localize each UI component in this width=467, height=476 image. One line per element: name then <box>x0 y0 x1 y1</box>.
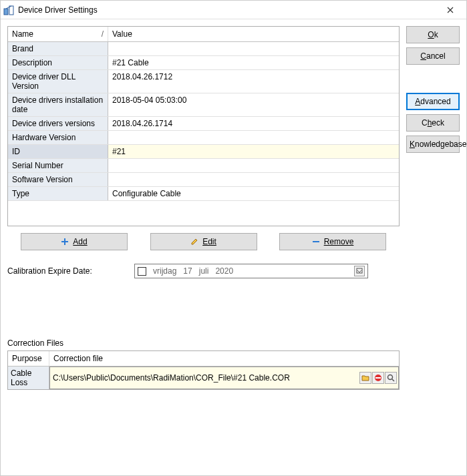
edit-label: Edit <box>202 237 216 246</box>
date-month: juli <box>199 266 209 276</box>
column-name-label: Name <box>12 29 33 39</box>
property-value-cell <box>108 173 399 186</box>
pencil-icon <box>190 238 198 246</box>
grid-row[interactable]: Hardware Version <box>8 131 399 145</box>
date-day: 17 <box>183 266 192 276</box>
date-year: 2020 <box>215 266 233 276</box>
plus-icon <box>61 238 69 246</box>
knowledgebase-label: Knowledgebase <box>410 140 466 149</box>
correction-purpose-cell: Cable Loss <box>8 367 49 389</box>
grid-row[interactable]: Device drivers installation date2018-05-… <box>8 93 399 117</box>
remove-label: Remove <box>324 237 354 246</box>
property-value-cell: #21 <box>108 145 399 158</box>
property-name-cell: Serial Number <box>8 159 108 172</box>
grid-row[interactable]: Brand <box>8 42 399 56</box>
svg-rect-0 <box>4 9 8 15</box>
advanced-button[interactable]: Advanced <box>406 93 460 110</box>
property-name-cell: Brand <box>8 42 108 55</box>
edit-button[interactable]: Edit <box>150 233 257 250</box>
close-icon <box>447 7 454 13</box>
titlebar: Device Driver Settings <box>1 1 466 19</box>
calibration-label: Calibration Expire Date: <box>7 266 128 276</box>
spacer <box>406 69 460 89</box>
grid-row[interactable]: ID#21 <box>8 145 399 159</box>
property-name-cell: Description <box>8 56 108 69</box>
calibration-date-picker[interactable]: vrijdag 17 juli 2020 <box>134 264 368 278</box>
remove-button[interactable]: Remove <box>279 233 386 250</box>
correction-file-text: C:\Users\Public\Documents\RadiMation\COR… <box>51 373 359 383</box>
correction-file-cell[interactable]: C:\Users\Public\Documents\RadiMation\COR… <box>49 367 399 389</box>
close-button[interactable] <box>437 1 464 19</box>
property-value-cell: 2018.04.26.1712 <box>108 70 399 93</box>
folder-open-icon <box>361 374 369 382</box>
main-panel: Name / Value BrandDescription#21 CableDe… <box>7 26 400 469</box>
calendar-dropdown-icon <box>356 268 363 274</box>
correction-header: Purpose Correction file <box>8 351 399 367</box>
window-title: Device Driver Settings <box>18 5 437 15</box>
grid-row[interactable]: Device drivers versions2018.04.26.1714 <box>8 117 399 131</box>
grid-row[interactable]: TypeConfigurable Cable <box>8 187 399 201</box>
calibration-checkbox[interactable] <box>138 267 146 276</box>
app-icon <box>3 5 14 15</box>
correction-section-label: Correction Files <box>7 338 400 348</box>
property-value-cell: Configurable Cable <box>108 187 399 200</box>
property-name-cell: ID <box>8 145 108 158</box>
minus-icon <box>312 238 320 246</box>
property-name-cell: Type <box>8 187 108 200</box>
add-label: Add <box>73 237 87 246</box>
search-button[interactable] <box>385 372 397 384</box>
property-value-cell: #21 Cable <box>108 56 399 69</box>
column-file[interactable]: Correction file <box>49 351 399 366</box>
browse-button[interactable] <box>359 372 371 384</box>
advanced-label: Advanced <box>415 97 450 106</box>
cancel-label: Cancel <box>420 51 445 61</box>
property-value-cell: 2018-05-04 05:03:00 <box>108 93 399 116</box>
property-name-cell: Device drivers versions <box>8 117 108 130</box>
property-value-cell <box>108 159 399 172</box>
property-value-cell: 2018.04.26.1714 <box>108 117 399 130</box>
check-button[interactable]: Check <box>406 114 460 132</box>
correction-row: Cable Loss C:\Users\Public\Documents\Rad… <box>8 367 399 389</box>
calibration-row: Calibration Expire Date: vrijdag 17 juli… <box>7 264 400 278</box>
grid-row[interactable]: Software Version <box>8 173 399 187</box>
column-name[interactable]: Name / <box>8 27 108 41</box>
column-purpose[interactable]: Purpose <box>8 351 49 366</box>
sidebar: Ok Cancel Advanced Check Knowledgebase <box>406 26 460 469</box>
action-row: Add Edit Remove <box>7 233 400 250</box>
properties-grid: Name / Value BrandDescription#21 CableDe… <box>7 26 400 226</box>
check-label: Check <box>422 118 444 128</box>
sort-asc-icon: / <box>102 29 104 39</box>
property-name-cell: Software Version <box>8 173 108 186</box>
ok-button[interactable]: Ok <box>406 26 460 43</box>
column-value-label: Value <box>112 29 132 39</box>
property-name-cell: Device driver DLL Version <box>8 70 108 93</box>
dialog-body: Name / Value BrandDescription#21 CableDe… <box>1 19 466 475</box>
grid-header: Name / Value <box>8 27 399 42</box>
svg-rect-1 <box>9 6 13 15</box>
correction-grid: Purpose Correction file Cable Loss C:\Us… <box>7 350 400 390</box>
dialog-window: Device Driver Settings Name / Value Bran… <box>0 0 467 476</box>
clear-button[interactable] <box>372 372 384 384</box>
date-weekday: vrijdag <box>153 266 176 276</box>
svg-rect-5 <box>375 377 381 379</box>
grid-row[interactable]: Description#21 Cable <box>8 56 399 70</box>
property-name-cell: Hardware Version <box>8 131 108 144</box>
date-dropdown-button[interactable] <box>354 266 365 276</box>
svg-point-6 <box>388 375 393 380</box>
search-icon <box>387 374 395 382</box>
property-name-cell: Device drivers installation date <box>8 93 108 116</box>
knowledgebase-button[interactable]: Knowledgebase <box>406 136 460 153</box>
add-button[interactable]: Add <box>21 233 128 250</box>
grid-row[interactable]: Device driver DLL Version2018.04.26.1712 <box>8 70 399 93</box>
column-value[interactable]: Value <box>108 27 399 41</box>
grid-row[interactable]: Serial Number <box>8 159 399 173</box>
grid-body: BrandDescription#21 CableDevice driver D… <box>8 42 399 226</box>
property-value-cell <box>108 42 399 55</box>
property-value-cell <box>108 131 399 144</box>
no-entry-icon <box>374 374 382 382</box>
ok-label: Ok <box>428 30 438 39</box>
svg-rect-2 <box>313 241 319 242</box>
cancel-button[interactable]: Cancel <box>406 47 460 65</box>
